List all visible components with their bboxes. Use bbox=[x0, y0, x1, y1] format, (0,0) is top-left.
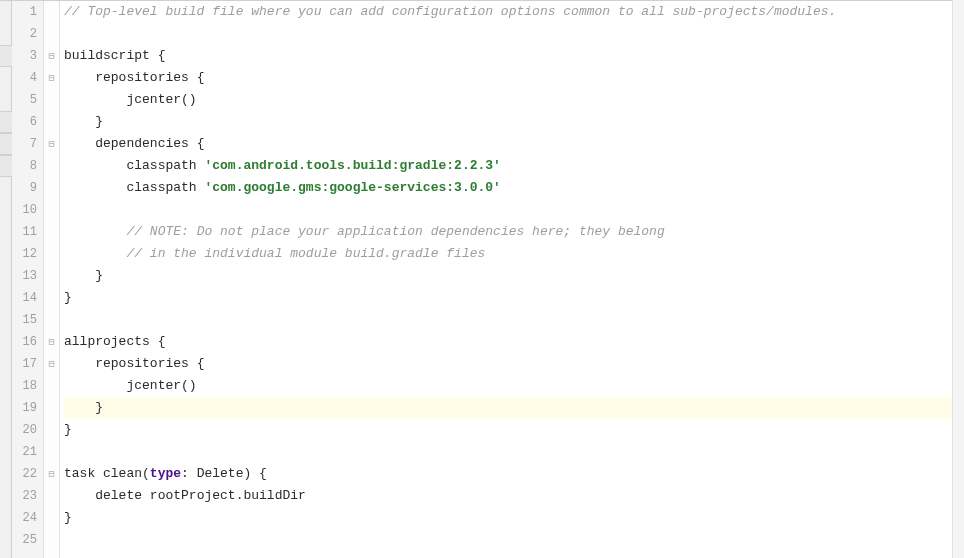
line-number: 23 bbox=[12, 485, 37, 507]
code-token: // in the individual module build.gradle… bbox=[126, 246, 485, 261]
fold-spacer bbox=[44, 243, 59, 265]
code-line[interactable]: repositories { bbox=[64, 353, 964, 375]
code-line[interactable]: } bbox=[64, 111, 964, 133]
code-token: // NOTE: Do not place your application d… bbox=[126, 224, 664, 239]
code-token: type bbox=[150, 466, 181, 481]
line-number: 7 bbox=[12, 133, 37, 155]
line-number: 10 bbox=[12, 199, 37, 221]
line-number: 22 bbox=[12, 463, 37, 485]
code-line[interactable] bbox=[64, 23, 964, 45]
error-stripe[interactable] bbox=[952, 0, 964, 558]
line-number: 24 bbox=[12, 507, 37, 529]
code-token: { bbox=[197, 356, 205, 371]
edge-tab[interactable] bbox=[0, 45, 12, 67]
code-line[interactable]: allprojects { bbox=[64, 331, 964, 353]
code-token: { bbox=[197, 136, 205, 151]
fold-toggle-icon[interactable] bbox=[44, 133, 59, 155]
fold-spacer bbox=[44, 177, 59, 199]
code-token: } bbox=[95, 114, 103, 129]
fold-spacer bbox=[44, 309, 59, 331]
fold-toggle-icon[interactable] bbox=[44, 45, 59, 67]
line-number: 18 bbox=[12, 375, 37, 397]
code-area[interactable]: // Top-level build file where you can ad… bbox=[60, 1, 964, 558]
code-token: { bbox=[158, 48, 166, 63]
fold-toggle-icon[interactable] bbox=[44, 463, 59, 485]
code-line[interactable]: dependencies { bbox=[64, 133, 964, 155]
code-token: task clean( bbox=[64, 466, 150, 481]
line-number: 3 bbox=[12, 45, 37, 67]
edge-tab[interactable] bbox=[0, 155, 12, 177]
code-line[interactable]: } bbox=[64, 287, 964, 309]
left-edge-tabs bbox=[0, 1, 12, 558]
line-number: 12 bbox=[12, 243, 37, 265]
code-token: repositories bbox=[95, 70, 196, 85]
code-line[interactable] bbox=[64, 199, 964, 221]
line-number: 6 bbox=[12, 111, 37, 133]
code-token: } bbox=[95, 400, 103, 415]
code-line[interactable] bbox=[64, 529, 964, 551]
line-number: 15 bbox=[12, 309, 37, 331]
line-number: 8 bbox=[12, 155, 37, 177]
fold-end-icon bbox=[44, 265, 59, 287]
code-line[interactable]: } bbox=[64, 265, 964, 287]
line-number: 5 bbox=[12, 89, 37, 111]
code-line[interactable]: delete rootProject.buildDir bbox=[64, 485, 964, 507]
code-token: classpath bbox=[126, 158, 204, 173]
code-line[interactable]: // Top-level build file where you can ad… bbox=[64, 1, 964, 23]
code-line[interactable]: // NOTE: Do not place your application d… bbox=[64, 221, 964, 243]
fold-spacer bbox=[44, 23, 59, 45]
code-token: } bbox=[95, 268, 103, 283]
line-number: 1 bbox=[12, 1, 37, 23]
line-number: 21 bbox=[12, 441, 37, 463]
code-line[interactable]: } bbox=[64, 419, 964, 441]
edge-tab[interactable] bbox=[0, 111, 12, 133]
code-token: 'com.google.gms:google-services:3.0.0' bbox=[204, 180, 500, 195]
line-number-gutter: 1234567891011121314151617181920212223242… bbox=[12, 1, 44, 558]
code-line[interactable]: buildscript { bbox=[64, 45, 964, 67]
line-number: 9 bbox=[12, 177, 37, 199]
fold-gutter bbox=[44, 1, 60, 558]
fold-toggle-icon[interactable] bbox=[44, 67, 59, 89]
fold-toggle-icon[interactable] bbox=[44, 331, 59, 353]
fold-spacer bbox=[44, 155, 59, 177]
code-token: delete rootProject.buildDir bbox=[95, 488, 306, 503]
fold-toggle-icon[interactable] bbox=[44, 353, 59, 375]
code-line[interactable]: // in the individual module build.gradle… bbox=[64, 243, 964, 265]
fold-spacer bbox=[44, 221, 59, 243]
code-token: } bbox=[64, 510, 72, 525]
fold-spacer bbox=[44, 199, 59, 221]
fold-end-icon bbox=[44, 507, 59, 529]
code-line[interactable]: task clean(type: Delete) { bbox=[64, 463, 964, 485]
fold-spacer bbox=[44, 1, 59, 23]
code-token: classpath bbox=[126, 180, 204, 195]
fold-spacer bbox=[44, 485, 59, 507]
fold-end-icon bbox=[44, 287, 59, 309]
code-token: 'com.android.tools.build:gradle:2.2.3' bbox=[204, 158, 500, 173]
code-line[interactable]: jcenter() bbox=[64, 375, 964, 397]
code-line[interactable]: classpath 'com.google.gms:google-service… bbox=[64, 177, 964, 199]
code-line[interactable]: jcenter() bbox=[64, 89, 964, 111]
code-token: allprojects bbox=[64, 334, 158, 349]
code-token: { bbox=[158, 334, 166, 349]
code-token: } bbox=[64, 422, 72, 437]
code-token: : Delete) bbox=[181, 466, 259, 481]
code-token: // Top-level build file where you can ad… bbox=[64, 4, 836, 19]
code-token: dependencies bbox=[95, 136, 196, 151]
line-number: 13 bbox=[12, 265, 37, 287]
line-number: 4 bbox=[12, 67, 37, 89]
code-line[interactable]: classpath 'com.android.tools.build:gradl… bbox=[64, 155, 964, 177]
code-line[interactable] bbox=[64, 309, 964, 331]
line-number: 25 bbox=[12, 529, 37, 551]
fold-spacer bbox=[44, 375, 59, 397]
code-line[interactable]: } bbox=[64, 397, 964, 419]
fold-spacer bbox=[44, 529, 59, 551]
code-line[interactable] bbox=[64, 441, 964, 463]
line-number: 19 bbox=[12, 397, 37, 419]
line-number: 11 bbox=[12, 221, 37, 243]
code-token: jcenter() bbox=[126, 92, 196, 107]
code-line[interactable]: repositories { bbox=[64, 67, 964, 89]
edge-tab[interactable] bbox=[0, 133, 12, 155]
code-line[interactable]: } bbox=[64, 507, 964, 529]
code-token: jcenter() bbox=[126, 378, 196, 393]
code-token: buildscript bbox=[64, 48, 158, 63]
